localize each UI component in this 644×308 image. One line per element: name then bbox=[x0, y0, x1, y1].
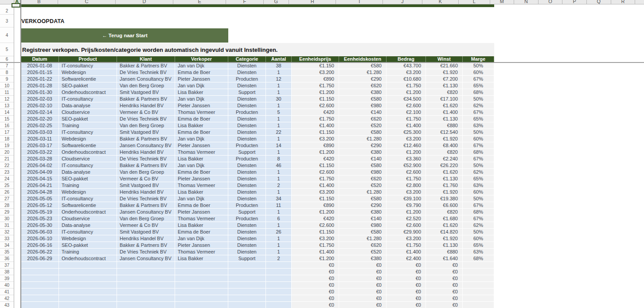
row-header-28[interactable]: 28 bbox=[0, 202, 14, 209]
cell-eenheidsprijs[interactable]: €2.600 bbox=[292, 102, 339, 109]
cell-marge[interactable]: 65% bbox=[463, 242, 494, 249]
cell-marge[interactable] bbox=[463, 282, 494, 289]
cell-product[interactable]: Onderhoudscontract bbox=[59, 255, 117, 262]
cell-datum[interactable]: 2026-01-22 bbox=[21, 76, 59, 82]
cell-datum[interactable]: 2026-05-19 bbox=[21, 209, 59, 215]
cell-eenheidsprijs[interactable]: €0 bbox=[292, 262, 339, 269]
cell-bedrag[interactable]: €0 bbox=[386, 295, 426, 302]
cell-eenheidskosten[interactable]: €580 bbox=[339, 62, 386, 69]
cell-bedrag[interactable]: €3.200 bbox=[386, 69, 426, 76]
cell-eenheidskosten[interactable]: €1.280 bbox=[339, 189, 386, 195]
cell-winst[interactable]: €1.130 bbox=[426, 175, 463, 182]
cell-eenheidsprijs[interactable]: €1.200 bbox=[292, 89, 339, 96]
cell-bedrag[interactable]: €1.400 bbox=[386, 249, 426, 255]
cell-bedrag[interactable]: €1.750 bbox=[386, 82, 426, 89]
cell-winst[interactable]: €1.920 bbox=[426, 136, 463, 142]
cell-aantal[interactable]: 1 bbox=[266, 116, 292, 122]
cell-eenheidskosten[interactable]: €620 bbox=[339, 116, 386, 122]
cell-eenheidsprijs[interactable]: €1.400 bbox=[292, 249, 339, 255]
cell-product[interactable]: Softwarelicentie bbox=[59, 76, 117, 82]
cell-datum[interactable] bbox=[21, 295, 59, 302]
column-header-P[interactable]: P bbox=[562, 0, 587, 4]
cell-winst[interactable]: €12.540 bbox=[426, 129, 463, 136]
cell-categorie[interactable]: Diensten bbox=[228, 249, 266, 255]
cell-product[interactable]: SEO-pakket bbox=[59, 242, 117, 249]
cell-eenheidskosten[interactable]: €140 bbox=[339, 156, 386, 162]
cell-product[interactable]: IT-consultancy bbox=[59, 129, 117, 136]
cell-product[interactable] bbox=[59, 295, 117, 302]
cell-klant[interactable]: Hendriks Handel BV bbox=[117, 235, 175, 242]
cell-categorie[interactable]: Diensten bbox=[228, 182, 266, 189]
cell-verkoper[interactable]: Pieter Janssen bbox=[175, 142, 228, 149]
cell-bedrag[interactable]: €0 bbox=[386, 302, 426, 308]
cell-categorie[interactable]: Producten bbox=[228, 109, 266, 116]
cell-eenheidskosten[interactable]: €580 bbox=[339, 129, 386, 136]
cell-eenheidskosten[interactable]: €520 bbox=[339, 249, 386, 255]
cell-marge[interactable]: 67% bbox=[463, 76, 494, 82]
cell-marge[interactable]: 62% bbox=[463, 169, 494, 175]
cell-winst[interactable]: €1.620 bbox=[426, 102, 463, 109]
cell-aantal[interactable]: 1 bbox=[266, 69, 292, 76]
column-header-O[interactable]: O bbox=[539, 0, 563, 4]
row-header-20[interactable]: 20 bbox=[0, 149, 14, 156]
cell-bedrag[interactable]: €2.400 bbox=[386, 255, 426, 262]
cell-product[interactable]: Softwarelicentie bbox=[59, 142, 117, 149]
cell-bedrag[interactable]: €3.200 bbox=[386, 136, 426, 142]
column-header-eenheidsprijs[interactable]: Eenheidsprijs bbox=[292, 56, 339, 62]
row-header-43[interactable]: 43 bbox=[0, 302, 14, 308]
cell-verkoper[interactable]: Thomas Vermeer bbox=[175, 149, 228, 156]
cell-aantal[interactable]: 14 bbox=[266, 142, 292, 149]
row-header-17[interactable]: 17 bbox=[0, 129, 14, 136]
cell-categorie[interactable] bbox=[228, 289, 266, 295]
cell-aantal[interactable] bbox=[266, 282, 292, 289]
cell-winst[interactable]: €21.660 bbox=[426, 62, 463, 69]
cell-eenheidsprijs[interactable]: €2.600 bbox=[292, 169, 339, 175]
cell-aantal[interactable]: 30 bbox=[266, 96, 292, 102]
row-header-11[interactable]: 11 bbox=[0, 89, 14, 96]
row-header-42[interactable]: 42 bbox=[0, 295, 14, 302]
cell-winst[interactable]: €880 bbox=[426, 249, 463, 255]
cell-bedrag[interactable]: €0 bbox=[386, 275, 426, 282]
cell-categorie[interactable]: Diensten bbox=[228, 169, 266, 175]
cell-marge[interactable]: 60% bbox=[463, 189, 494, 195]
cell-marge[interactable] bbox=[463, 269, 494, 275]
cell-bedrag[interactable]: €25.300 bbox=[386, 129, 426, 136]
cell-datum[interactable]: 2026-03-22 bbox=[21, 149, 59, 156]
column-header-L[interactable]: L bbox=[459, 0, 490, 4]
cell-marge[interactable]: 65% bbox=[463, 175, 494, 182]
cell-klant[interactable]: Hendriks Handel BV bbox=[117, 189, 175, 195]
row-header-19[interactable]: 19 bbox=[0, 142, 14, 149]
cell-bedrag[interactable]: €1.750 bbox=[386, 242, 426, 249]
column-header-klant[interactable]: Klant bbox=[117, 56, 175, 62]
cell-eenheidskosten[interactable]: €0 bbox=[339, 275, 386, 282]
cell-verkoper[interactable]: Lisa Bakker bbox=[175, 255, 228, 262]
cell-categorie[interactable]: Diensten bbox=[228, 102, 266, 109]
row-header-5[interactable]: 5 bbox=[0, 43, 14, 56]
cell-verkoper[interactable]: Jan van Dijk bbox=[175, 162, 228, 169]
cell-winst[interactable]: €6.600 bbox=[426, 202, 463, 209]
cell-klant[interactable]: Van den Berg Groep bbox=[117, 169, 175, 175]
cell-verkoper[interactable]: Pieter Janssen bbox=[175, 175, 228, 182]
cell-aantal[interactable]: 26 bbox=[266, 229, 292, 235]
cell-eenheidskosten[interactable]: €520 bbox=[339, 182, 386, 189]
row-header-22[interactable]: 22 bbox=[0, 162, 14, 169]
row-header-12[interactable]: 12 bbox=[0, 96, 14, 102]
cell-eenheidsprijs[interactable]: €420 bbox=[292, 215, 339, 222]
cell-klant[interactable]: Smit Vastgoed BV bbox=[117, 89, 175, 96]
cell-eenheidsprijs[interactable]: €1.150 bbox=[292, 195, 339, 202]
cell-eenheidsprijs[interactable]: €1.200 bbox=[292, 209, 339, 215]
cell-product[interactable]: IT-consultancy bbox=[59, 96, 117, 102]
cell-product[interactable] bbox=[59, 289, 117, 295]
cell-eenheidskosten[interactable]: €1.280 bbox=[339, 136, 386, 142]
cell-verkoper[interactable]: Jan van Dijk bbox=[175, 195, 228, 202]
cell-eenheidskosten[interactable]: €290 bbox=[339, 76, 386, 82]
cell-klant[interactable] bbox=[117, 295, 175, 302]
cell-datum[interactable]: 2026-04-28 bbox=[21, 189, 59, 195]
cell-marge[interactable]: 67% bbox=[463, 109, 494, 116]
cell-categorie[interactable] bbox=[228, 282, 266, 289]
cell-marge[interactable]: 50% bbox=[463, 162, 494, 169]
cell-aantal[interactable] bbox=[266, 289, 292, 295]
cell-categorie[interactable]: Support bbox=[228, 255, 266, 262]
cell-klant[interactable]: Vermeer & Co BV bbox=[117, 109, 175, 116]
cell-product[interactable]: Data-analyse bbox=[59, 102, 117, 109]
